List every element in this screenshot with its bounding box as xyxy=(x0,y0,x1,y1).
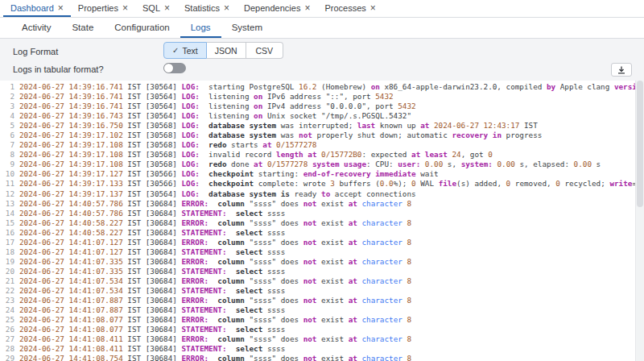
log-line: 92024-06-27 14:39:17.108 IST [30568] LOG… xyxy=(0,160,644,169)
log-line: 272024-06-27 14:41:08.411 IST [30684] ER… xyxy=(0,334,644,344)
log-line-text: 2024-06-27 14:41:07.534 IST [30684] STAT… xyxy=(19,286,285,296)
close-icon[interactable]: × xyxy=(58,3,64,13)
scrollbar-thumb[interactable] xyxy=(637,81,643,207)
line-number: 16 xyxy=(0,228,14,238)
line-number: 4 xyxy=(0,111,14,121)
line-number: 7 xyxy=(0,140,14,150)
line-number: 18 xyxy=(0,247,14,257)
line-number: 3 xyxy=(0,102,14,111)
window-tab-processes[interactable]: Processes× xyxy=(317,0,382,17)
log-line: 222024-06-27 14:41:07.534 IST [30684] ST… xyxy=(0,286,644,296)
check-icon: ✓ xyxy=(172,46,179,55)
format-option-text[interactable]: ✓Text xyxy=(163,42,207,59)
close-icon[interactable]: × xyxy=(304,3,310,13)
log-line-text: 2024-06-27 14:39:17.108 IST [30568] LOG:… xyxy=(19,150,493,160)
line-number: 28 xyxy=(0,344,14,354)
format-option-json[interactable]: JSON xyxy=(207,42,246,59)
log-line: 32024-06-27 14:39:16.741 IST [30564] LOG… xyxy=(0,102,644,111)
log-line: 122024-06-27 14:39:17.137 IST [30564] LO… xyxy=(0,189,644,199)
format-option-csv[interactable]: CSV xyxy=(246,42,283,59)
toggle-knob xyxy=(164,64,173,73)
log-line: 262024-06-27 14:41:08.077 IST [30684] ST… xyxy=(0,325,644,334)
line-number: 23 xyxy=(0,296,14,305)
window-tab-sql[interactable]: SQL× xyxy=(135,0,177,17)
tab-label: SQL xyxy=(142,3,160,13)
line-number: 29 xyxy=(0,354,14,361)
tab-label: Dashboard xyxy=(10,3,54,13)
line-number: 14 xyxy=(0,209,14,218)
line-number: 10 xyxy=(0,169,14,179)
log-line-text: 2024-06-27 14:39:16.741 IST [30564] LOG:… xyxy=(19,92,394,102)
log-line-text: 2024-06-27 14:41:07.127 IST [30684] ERRO… xyxy=(19,238,411,247)
log-line: 242024-06-27 14:41:07.887 IST [30684] ST… xyxy=(0,305,644,315)
log-line-text: 2024-06-27 14:40:57.786 IST [30684] STAT… xyxy=(19,209,285,218)
format-option-label: CSV xyxy=(255,46,273,56)
log-line-text: 2024-06-27 14:41:07.887 IST [30684] ERRO… xyxy=(19,296,411,305)
log-line-text: 2024-06-27 14:39:17.127 IST [30566] LOG:… xyxy=(19,169,439,179)
log-line-text: 2024-06-27 14:39:17.102 IST [30568] LOG:… xyxy=(19,131,542,140)
line-number: 13 xyxy=(0,199,14,209)
log-line-text: 2024-06-27 14:41:07.335 IST [30684] STAT… xyxy=(19,267,285,276)
log-line: 72024-06-27 14:39:17.108 IST [30568] LOG… xyxy=(0,140,644,150)
sub-tab-system[interactable]: System xyxy=(221,18,273,38)
close-icon[interactable]: × xyxy=(224,3,229,13)
log-line-text: 2024-06-27 14:39:17.133 IST [30566] LOG:… xyxy=(19,179,644,189)
vertical-scrollbar[interactable] xyxy=(635,81,644,361)
log-line: 212024-06-27 14:41:07.534 IST [30684] ER… xyxy=(0,276,644,286)
log-line-text: 2024-06-27 14:39:16.741 IST [30564] LOG:… xyxy=(19,102,416,111)
log-line-text: 2024-06-27 14:39:16.741 IST [30564] LOG:… xyxy=(19,82,644,92)
line-number: 11 xyxy=(0,179,14,189)
line-number: 2 xyxy=(0,92,14,102)
tab-label: Properties xyxy=(78,3,118,13)
line-number: 8 xyxy=(0,150,14,160)
line-number: 5 xyxy=(0,121,14,131)
log-line: 102024-06-27 14:39:17.127 IST [30566] LO… xyxy=(0,169,644,179)
log-line: 162024-06-27 14:40:58.227 IST [30684] ST… xyxy=(0,228,644,238)
sub-tab-configuration[interactable]: Configuration xyxy=(104,18,180,38)
window-tab-bar: Dashboard×Properties×SQL×Statistics×Depe… xyxy=(0,0,644,18)
window-tab-statistics[interactable]: Statistics× xyxy=(177,0,237,17)
log-line-text: 2024-06-27 14:41:07.887 IST [30684] STAT… xyxy=(19,305,285,315)
close-icon[interactable]: × xyxy=(370,3,376,13)
window-tab-properties[interactable]: Properties× xyxy=(71,0,135,17)
download-icon xyxy=(617,66,625,74)
log-line: 282024-06-27 14:41:08.411 IST [30684] ST… xyxy=(0,344,644,354)
dashboard-sub-tab-bar: ActivityStateConfigurationLogsSystem xyxy=(0,18,644,39)
line-number: 9 xyxy=(0,160,14,169)
line-number: 15 xyxy=(0,218,14,228)
tabular-format-toggle[interactable] xyxy=(163,63,186,73)
log-lines: 12024-06-27 14:39:16.741 IST [30564] LOG… xyxy=(0,81,644,361)
log-line: 12024-06-27 14:39:16.741 IST [30564] LOG… xyxy=(0,82,644,92)
log-format-button-group: ✓TextJSONCSV xyxy=(163,42,283,59)
format-option-label: JSON xyxy=(215,46,237,56)
download-logs-button[interactable] xyxy=(611,63,632,77)
log-format-label: Log Format xyxy=(13,47,58,56)
line-number: 21 xyxy=(0,276,14,286)
close-icon[interactable]: × xyxy=(122,3,128,13)
line-number: 27 xyxy=(0,334,14,344)
line-number: 1 xyxy=(0,82,14,92)
sub-tab-state[interactable]: State xyxy=(61,18,104,38)
log-line-text: 2024-06-27 14:39:16.743 IST [30564] LOG:… xyxy=(19,111,411,121)
log-line-text: 2024-06-27 14:41:07.127 IST [30684] STAT… xyxy=(19,247,285,257)
log-line-text: 2024-06-27 14:41:07.534 IST [30684] ERRO… xyxy=(19,276,411,286)
sub-tab-logs[interactable]: Logs xyxy=(180,18,221,38)
log-line: 132024-06-27 14:40:57.786 IST [30684] ER… xyxy=(0,199,644,209)
log-viewer[interactable]: 12024-06-27 14:39:16.741 IST [30564] LOG… xyxy=(0,81,644,361)
window-tab-dependencies[interactable]: Dependencies× xyxy=(237,0,317,17)
log-line-text: 2024-06-27 14:41:08.077 IST [30684] ERRO… xyxy=(19,315,411,325)
log-line: 292024-06-27 14:41:08.754 IST [30684] ER… xyxy=(0,354,644,361)
log-line-text: 2024-06-27 14:41:08.754 IST [30684] ERRO… xyxy=(19,354,411,361)
log-line: 152024-06-27 14:40:58.227 IST [30684] ER… xyxy=(0,218,644,228)
log-line: 52024-06-27 14:39:16.750 IST [30568] LOG… xyxy=(0,121,644,131)
tab-label: Processes xyxy=(324,3,365,13)
sub-tab-activity[interactable]: Activity xyxy=(11,18,61,38)
log-line: 42024-06-27 14:39:16.743 IST [30564] LOG… xyxy=(0,111,644,121)
window-tab-dashboard[interactable]: Dashboard× xyxy=(3,0,71,17)
log-line-text: 2024-06-27 14:41:08.077 IST [30684] STAT… xyxy=(19,325,285,334)
format-option-label: Text xyxy=(182,46,197,56)
log-line: 182024-06-27 14:41:07.127 IST [30684] ST… xyxy=(0,247,644,257)
log-line-text: 2024-06-27 14:39:16.750 IST [30568] LOG:… xyxy=(19,121,538,131)
log-line: 142024-06-27 14:40:57.786 IST [30684] ST… xyxy=(0,209,644,218)
close-icon[interactable]: × xyxy=(164,3,170,13)
